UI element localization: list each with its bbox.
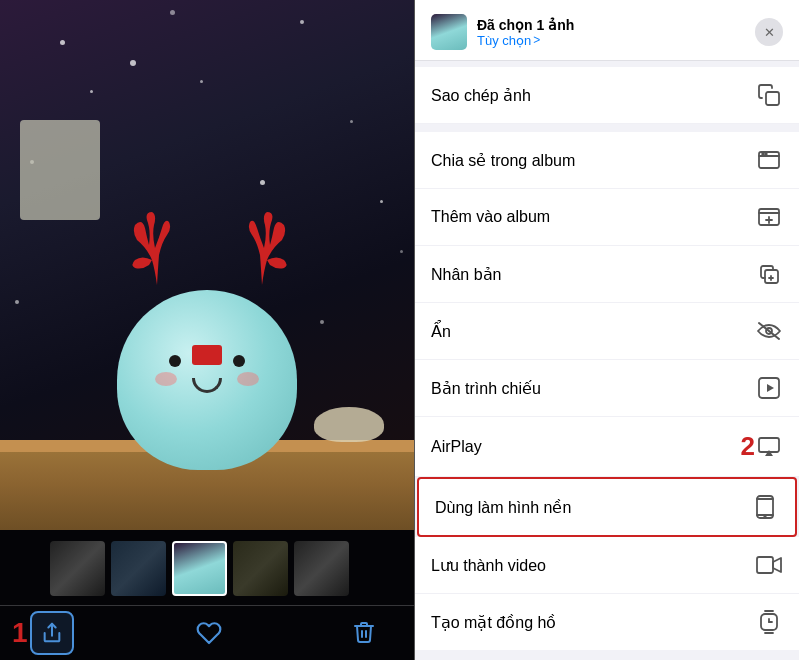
menu-item-duplicate[interactable]: Nhân bản (415, 246, 799, 303)
menu-item-save-video[interactable]: Lưu thành video (415, 537, 799, 594)
action-bar: 1 (0, 605, 414, 660)
share-button-container: 1 (30, 611, 74, 655)
number-1-badge: 1 (12, 617, 28, 649)
airplay-icon (755, 433, 783, 461)
thumbnail-1[interactable] (50, 541, 105, 596)
menu-item-share-album[interactable]: Chia sẻ trong album (415, 132, 799, 189)
right-header: Đã chọn 1 ảnh Tùy chọn > ✕ (415, 0, 799, 61)
header-left: Đã chọn 1 ảnh Tùy chọn > (431, 14, 574, 50)
background-box (20, 120, 100, 220)
plush-cheek-right (237, 372, 259, 386)
header-text: Đã chọn 1 ảnh Tùy chọn > (477, 17, 574, 48)
save-video-icon (755, 551, 783, 579)
plush-cheek-left (155, 372, 177, 386)
bottom-bar: 1 (0, 530, 414, 660)
right-panel: Đã chọn 1 ảnh Tùy chọn > ✕ Sao chép ảnh (415, 0, 799, 660)
menu-item-slideshow[interactable]: Bản trình chiếu (415, 360, 799, 417)
watch-face-icon (755, 608, 783, 636)
duplicate-icon (755, 260, 783, 288)
ribbon (192, 345, 222, 365)
heart-icon (196, 620, 222, 646)
background-bowl (314, 407, 384, 442)
trash-icon (352, 620, 376, 646)
airplay-row: AirPlay 2 (431, 431, 755, 462)
menu-item-watch-face[interactable]: Tạo mặt đồng hồ (415, 594, 799, 650)
svg-marker-21 (773, 558, 781, 572)
thumbnail-selected[interactable] (172, 541, 227, 596)
thumbnail-2[interactable] (111, 541, 166, 596)
share-icon (41, 622, 63, 644)
left-panel: 1 (0, 0, 415, 660)
svg-point-19 (764, 516, 766, 518)
plush-body (117, 290, 297, 470)
heart-button[interactable] (189, 613, 229, 653)
svg-point-3 (762, 153, 764, 155)
svg-point-4 (765, 153, 767, 155)
menu-item-copy-photo[interactable]: Sao chép ảnh (415, 67, 799, 124)
plush-character (97, 240, 317, 470)
antler-right (232, 210, 292, 290)
plush-eye-right (233, 355, 245, 367)
svg-marker-15 (765, 450, 773, 456)
menu-item-airplay[interactable]: AirPlay 2 (415, 417, 799, 477)
thumbnail-4[interactable] (233, 541, 288, 596)
svg-marker-14 (767, 384, 774, 392)
header-subtitle[interactable]: Tùy chọn > (477, 33, 574, 48)
plush-mouth (192, 378, 222, 393)
delete-button[interactable] (344, 613, 384, 653)
hide-icon (755, 317, 783, 345)
main-photo (0, 0, 414, 530)
menu-item-add-album[interactable]: Thêm vào album (415, 189, 799, 246)
antler-left (127, 210, 187, 290)
menu-list: Sao chép ảnh Chia sẻ trong album (415, 61, 799, 660)
thumbnail-5[interactable] (294, 541, 349, 596)
slideshow-icon (755, 374, 783, 402)
share-album-icon (755, 146, 783, 174)
copy-photo-icon (755, 81, 783, 109)
wallpaper-icon (751, 493, 779, 521)
share-button[interactable] (30, 611, 74, 655)
add-album-icon (755, 203, 783, 231)
svg-rect-1 (766, 92, 779, 105)
header-title: Đã chọn 1 ảnh (477, 17, 574, 33)
header-thumbnail (431, 14, 467, 50)
number-2-badge: 2 (741, 431, 755, 462)
thumbnail-strip (0, 530, 414, 605)
close-button[interactable]: ✕ (755, 18, 783, 46)
svg-rect-20 (757, 557, 773, 573)
plush-eye-left (169, 355, 181, 367)
menu-item-wallpaper[interactable]: Dùng làm hình nền (417, 477, 797, 537)
menu-item-hide[interactable]: Ẩn (415, 303, 799, 360)
